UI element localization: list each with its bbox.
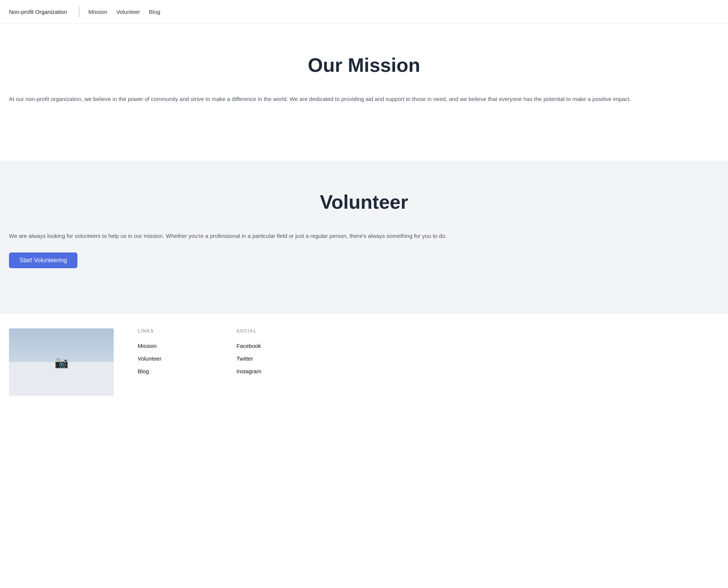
footer-social-list: Facebook Twitter Instagram (236, 343, 311, 375)
nav-brand: Non-profit Organization (9, 9, 67, 15)
nav-link-mission[interactable]: Mission (88, 9, 107, 15)
mission-section: Our Mission At our non-profit organizati… (0, 24, 728, 161)
nav-divider (79, 7, 79, 17)
mission-text: At our non-profit organization, we belie… (9, 94, 719, 104)
nav-link-volunteer[interactable]: Volunteer (116, 9, 140, 15)
footer-social-col: SOCIAL Facebook Twitter Instagram (236, 328, 311, 396)
camera-icon: 📷 (55, 356, 68, 369)
footer-link-blog[interactable]: Blog (138, 368, 149, 374)
volunteer-text: We are always looking for volunteers to … (9, 231, 719, 241)
footer-links-heading: LINKS (138, 328, 212, 334)
navbar: Non-profit Organization Mission Voluntee… (0, 0, 728, 24)
footer-links-col: LINKS Mission Volunteer Blog (138, 328, 212, 396)
footer-twitter-link[interactable]: Twitter (236, 355, 253, 362)
footer-social-heading: SOCIAL (236, 328, 311, 334)
nav-links: Mission Volunteer Blog (88, 9, 160, 15)
footer-image: 📷 (9, 328, 114, 396)
footer-instagram-link[interactable]: Instagram (236, 368, 261, 374)
start-volunteering-button[interactable]: Start Volunteering (9, 252, 77, 268)
footer-links-list: Mission Volunteer Blog (138, 343, 212, 375)
nav-link-blog[interactable]: Blog (149, 9, 160, 15)
volunteer-title: Volunteer (9, 191, 719, 213)
volunteer-section: Volunteer We are always looking for volu… (0, 161, 728, 313)
footer-link-volunteer[interactable]: Volunteer (138, 355, 161, 362)
mission-title: Our Mission (9, 54, 719, 76)
footer: 📷 LINKS Mission Volunteer Blog SOCIAL Fa… (0, 313, 728, 411)
footer-facebook-link[interactable]: Facebook (236, 343, 261, 349)
footer-link-mission[interactable]: Mission (138, 343, 157, 349)
footer-logo: 📷 (9, 328, 114, 396)
